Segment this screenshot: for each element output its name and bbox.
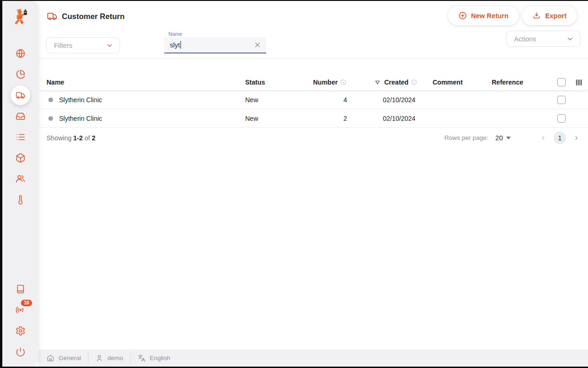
cell-created: 02/10/2024 <box>373 115 433 122</box>
app-window: 10 Customer Return New Return <box>2 1 588 367</box>
table-row[interactable]: Slytherin Clinic New 4 02/10/2024 <box>39 91 588 109</box>
status-dot <box>48 116 53 121</box>
actions-dropdown[interactable]: Actions <box>506 31 581 47</box>
page-title-text: Customer Return <box>62 12 125 21</box>
export-button[interactable]: Export <box>522 6 577 25</box>
sidebar-item-globe[interactable] <box>10 43 31 64</box>
pager-controls: Rows per page: 20 1 <box>444 131 582 144</box>
rows-per-page-label: Rows per page: <box>444 134 488 141</box>
sort-descending-icon[interactable] <box>375 80 380 85</box>
status-footer: General demo English <box>39 349 588 367</box>
name-filter-label: Name <box>168 31 182 37</box>
column-header-status[interactable]: Status <box>245 79 313 86</box>
text-cursor <box>180 41 181 49</box>
column-header-name[interactable]: Name <box>47 79 245 86</box>
cell-created: 02/10/2024 <box>373 96 433 104</box>
sidebar-bottom-nav: 10 <box>10 278 31 362</box>
export-label: Export <box>545 12 567 20</box>
column-header-created[interactable]: Created <box>373 79 433 86</box>
rows-per-page-select[interactable]: 20 <box>495 134 511 142</box>
download-icon <box>532 11 541 20</box>
new-return-button[interactable]: New Return <box>448 6 519 25</box>
new-return-label: New Return <box>471 12 509 20</box>
truck-icon <box>47 11 58 22</box>
showing-range: 1-2 <box>74 134 83 142</box>
table-row[interactable]: Slytherin Clinic New 2 02/10/2024 <box>39 109 588 128</box>
footer-language-label: English <box>150 355 170 361</box>
sidebar-item-inbox[interactable] <box>10 105 31 126</box>
table-body: Slytherin Clinic New 4 02/10/2024 <box>39 91 588 128</box>
inbox-icon <box>15 111 26 121</box>
main-content: Customer Return New Return Export Filter… <box>39 1 588 367</box>
info-icon[interactable] <box>340 79 347 85</box>
thermometer-icon <box>15 195 26 205</box>
sidebar: 10 <box>2 1 39 367</box>
cell-status: New <box>245 115 313 122</box>
filters-dropdown[interactable]: Filters <box>46 37 120 53</box>
footer-language-selector[interactable]: English <box>138 354 170 362</box>
select-all-checkbox[interactable] <box>557 78 566 86</box>
cell-number: 4 <box>313 96 350 104</box>
clear-filter-button[interactable] <box>254 41 261 49</box>
plus-circle-icon <box>458 11 467 20</box>
sidebar-item-products[interactable] <box>10 147 31 168</box>
status-dot <box>48 98 53 102</box>
sidebar-item-customers[interactable] <box>10 168 31 189</box>
caret-down-icon <box>506 137 511 139</box>
name-filter-value: slyt <box>170 41 180 49</box>
sidebar-item-settings[interactable] <box>10 320 31 341</box>
close-icon <box>254 41 261 49</box>
column-header-comment[interactable]: Comment <box>433 79 492 86</box>
showing-total: 2 <box>92 134 95 142</box>
footer-divider <box>130 352 131 364</box>
chevron-down-icon <box>106 41 114 49</box>
tablet-icon <box>15 284 26 294</box>
truck-icon <box>15 90 26 100</box>
page-number-button[interactable]: 1 <box>554 131 566 144</box>
previous-page-button[interactable] <box>538 132 549 144</box>
cell-name: Slytherin Clinic <box>59 115 102 122</box>
globe-icon <box>15 48 26 59</box>
sidebar-item-logout[interactable] <box>10 341 31 362</box>
app-logo-mascot[interactable] <box>10 7 31 30</box>
cell-number: 2 <box>313 115 350 122</box>
sidebar-nav <box>10 43 31 210</box>
sidebar-item-orders-list[interactable] <box>10 126 31 147</box>
language-icon <box>138 354 146 362</box>
cell-name: Slytherin Clinic <box>59 96 102 104</box>
package-icon <box>15 153 26 163</box>
footer-user[interactable]: demo <box>95 354 123 362</box>
gear-icon <box>15 326 26 336</box>
table-header-row: Name Status Number Created Comment Refer… <box>39 74 588 91</box>
sidebar-item-temperature[interactable] <box>10 189 31 210</box>
pie-chart-icon <box>15 69 26 79</box>
info-icon[interactable] <box>411 79 417 85</box>
sidebar-item-reports[interactable] <box>10 64 31 85</box>
column-settings-icon[interactable] <box>569 79 583 86</box>
footer-divider <box>88 352 88 364</box>
cell-status: New <box>245 96 313 104</box>
home-icon <box>47 354 54 362</box>
showing-summary: Showing 1-2 of 2 <box>47 134 95 142</box>
topbar: Customer Return New Return Export Filter… <box>39 1 588 59</box>
row-checkbox[interactable] <box>557 114 566 123</box>
actions-label: Actions <box>514 35 536 43</box>
next-page-button[interactable] <box>571 132 582 144</box>
column-header-number[interactable]: Number <box>313 79 350 86</box>
chevron-down-icon <box>566 35 574 43</box>
list-icon <box>15 132 26 142</box>
row-checkbox[interactable] <box>557 96 566 104</box>
page-title: Customer Return <box>47 11 125 22</box>
power-icon <box>15 347 26 357</box>
column-header-reference[interactable]: Reference <box>492 79 554 86</box>
footer-user-label: demo <box>107 355 123 361</box>
name-filter-input[interactable]: Name slyt <box>164 37 266 53</box>
user-icon <box>95 354 103 362</box>
sidebar-item-customer-return[interactable] <box>10 85 31 105</box>
footer-warehouse-selector[interactable]: General <box>47 354 81 362</box>
sidebar-item-notifications[interactable]: 10 <box>10 299 31 320</box>
sidebar-item-devices[interactable] <box>10 278 31 299</box>
returns-table: Name Status Number Created Comment Refer… <box>39 74 588 128</box>
footer-warehouse-label: General <box>59 355 81 361</box>
notification-badge: 10 <box>21 300 32 306</box>
